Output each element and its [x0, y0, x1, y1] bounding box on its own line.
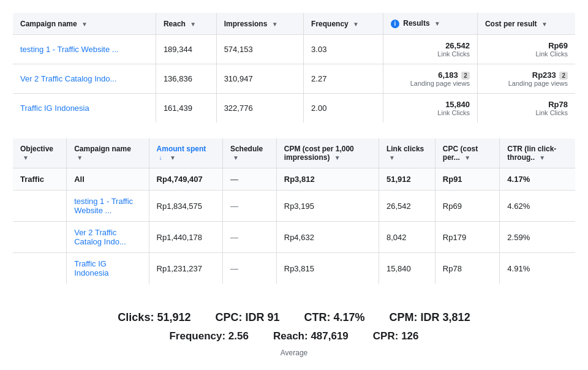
sort-icon-ctr: ▼ [539, 154, 545, 160]
sort-icon-frequency: ▼ [353, 21, 359, 27]
cpm-cell: Rp4,632 [276, 222, 379, 253]
cost-cell: Rp233 2 Landing page views [477, 64, 575, 94]
campaign-link[interactable]: testing 1 - Traffic Website ... [74, 197, 133, 215]
col-header-cost-per-result[interactable]: Cost per result ▼ [477, 13, 575, 35]
cost-label: Link Clicks [485, 109, 568, 116]
ctr-value: 4.17% [334, 311, 365, 323]
cpm-cell: Rp3,195 [276, 191, 379, 222]
col-header-cpc[interactable]: CPC (cost per... ▼ [435, 138, 500, 168]
table-row: Traffic IG Indonesia Rp1,231,237 — Rp3,8… [13, 253, 576, 284]
col-header-campaign[interactable]: Campaign name ▼ [67, 138, 149, 168]
campaign-link[interactable]: Traffic IG Indonesia [74, 259, 108, 278]
col-header-cpm[interactable]: CPM (cost per 1,000 impressions) ▼ [276, 138, 379, 168]
objective-cell: Traffic [13, 168, 67, 191]
cpc-stat: CPC: IDR 91 [215, 311, 279, 324]
reach-label: Reach: [273, 330, 308, 342]
summary-section: Clicks: 51,912 CPC: IDR 91 CTR: 4.17% CP… [12, 299, 576, 369]
clicks-label: Clicks: [118, 311, 154, 323]
cpm-label: CPM: IDR [390, 311, 440, 323]
schedule-cell: — [222, 191, 276, 222]
ctr-stat: CTR: 4.17% [304, 311, 365, 324]
col-header-ctr[interactable]: CTR (lin click-throug.. ▼ [500, 138, 576, 168]
table-row: Ver 2 Traffic Catalog Indo... 136,836 31… [13, 64, 576, 94]
ctr-label: CTR: [304, 311, 331, 323]
cpc-label: CPC: IDR [215, 311, 264, 323]
schedule-cell: — [222, 253, 276, 284]
sort-icon-campaign2: ▼ [77, 154, 83, 160]
frequency-cell: 2.00 [304, 94, 383, 123]
campaign-name-cell: testing 1 - Traffic Website ... [67, 191, 149, 222]
total-ctr: 4.17% [500, 168, 576, 191]
total-cpc: Rp91 [435, 168, 500, 191]
sort-icon-cost: ▼ [541, 21, 548, 27]
sort-icon-schedule: ▼ [233, 154, 239, 160]
frequency-cell: 3.03 [304, 35, 383, 64]
cost-label: Landing page views [485, 80, 568, 87]
results-label: Link Clicks [391, 109, 470, 116]
col-header-objective[interactable]: Objective ▼ [13, 138, 67, 168]
table-row: testing 1 - Traffic Website ... Rp1,834,… [13, 191, 576, 222]
frequency-stat: Frequency: 2.56 [169, 330, 248, 342]
average-label: Average [12, 349, 576, 357]
sort-icon-cpm: ▼ [334, 154, 341, 160]
link-clicks-cell: 15,840 [379, 253, 435, 284]
results-label: Landing page views [391, 80, 470, 87]
results-cell: 6,183 2 Landing page views [383, 64, 477, 94]
top-table: Campaign name ▼ Reach ▼ Impressions ▼ Fr… [12, 12, 576, 123]
table-row: Ver 2 Traffic Catalog Indo... Rp1,440,17… [13, 222, 576, 253]
amount-cell: Rp1,231,237 [149, 253, 222, 284]
campaign-link[interactable]: Ver 2 Traffic Catalog Indo... [74, 228, 126, 246]
link-clicks-cell: 26,542 [379, 191, 435, 222]
badge: 2 [461, 72, 470, 80]
schedule-cell: — [222, 222, 276, 253]
col-header-results[interactable]: i Results ▼ [383, 13, 477, 35]
total-cpm: Rp3,812 [276, 168, 379, 191]
reach-cell: 189,344 [156, 35, 216, 64]
col-header-campaign-name[interactable]: Campaign name ▼ [13, 13, 156, 35]
all-cell: All [67, 168, 149, 191]
frequency-value: 2.56 [228, 330, 249, 342]
impressions-cell: 574,153 [216, 35, 303, 64]
impressions-cell: 322,776 [216, 94, 303, 123]
results-cell: 15,840 Link Clicks [383, 94, 477, 123]
results-value: 15,840 [391, 100, 470, 109]
cpc-cell: Rp179 [435, 222, 500, 253]
col-header-reach[interactable]: Reach ▼ [156, 13, 216, 35]
sort-icon-campaign: ▼ [81, 21, 88, 27]
cost-value: Rp78 [485, 100, 568, 109]
sort-icon-link-clicks: ▼ [389, 154, 395, 160]
total-amount: Rp4,749,407 [149, 168, 222, 191]
campaign-link[interactable]: Traffic IG Indonesia [20, 104, 89, 113]
cpc-cell: Rp69 [435, 191, 500, 222]
ctr-cell: 4.91% [500, 253, 576, 284]
campaign-name-cell: Ver 2 Traffic Catalog Indo... [67, 222, 149, 253]
cost-value: Rp233 2 [485, 70, 568, 80]
second-table: Objective ▼ Campaign name ▼ Amount spent… [12, 138, 576, 284]
amount-cell: Rp1,440,178 [149, 222, 222, 253]
summary-row-1: Clicks: 51,912 CPC: IDR 91 CTR: 4.17% CP… [12, 311, 576, 324]
campaign-link[interactable]: testing 1 - Traffic Website ... [20, 45, 119, 54]
col-header-amount-spent[interactable]: Amount spent ↓ ▼ [149, 138, 222, 168]
total-schedule: — [222, 168, 276, 191]
total-row: Traffic All Rp4,749,407 — Rp3,812 51,912… [13, 168, 576, 191]
cpc-cell: Rp78 [435, 253, 500, 284]
objective-blank [13, 253, 67, 284]
col-header-schedule[interactable]: Schedule ▼ [222, 138, 276, 168]
results-label: Link Clicks [391, 50, 470, 58]
col-header-frequency[interactable]: Frequency ▼ [304, 13, 383, 35]
cpm-stat: CPM: IDR 3,812 [390, 311, 470, 324]
results-cell: 26,542 Link Clicks [383, 35, 477, 64]
reach-value: 487,619 [311, 330, 348, 342]
col-header-impressions[interactable]: Impressions ▼ [216, 13, 303, 35]
campaign-name-cell: Traffic IG Indonesia [67, 253, 149, 284]
sort-icon-amount2: ▼ [170, 154, 176, 160]
col-header-link-clicks[interactable]: Link clicks ▼ [379, 138, 435, 168]
reach-cell: 161,439 [156, 94, 216, 123]
summary-row-2: Frequency: 2.56 Reach: 487,619 CPR: 126 [12, 330, 576, 342]
cpc-value: 91 [267, 311, 279, 323]
cpm-value: 3,812 [443, 311, 470, 323]
reach-stat: Reach: 487,619 [273, 330, 349, 342]
campaign-link[interactable]: Ver 2 Traffic Catalog Indo... [20, 74, 116, 83]
cpm-cell: Rp3,815 [276, 253, 379, 284]
campaign-name-cell: testing 1 - Traffic Website ... [13, 35, 156, 64]
